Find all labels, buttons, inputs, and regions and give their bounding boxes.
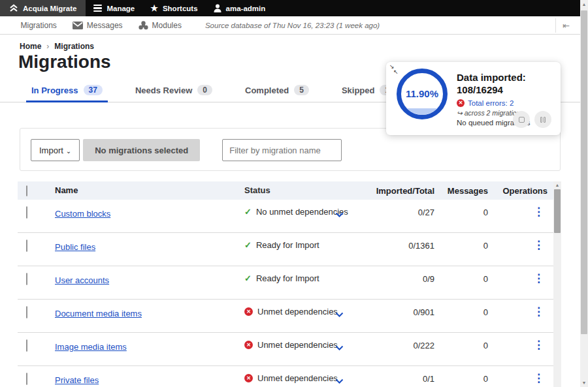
tab-in-progress[interactable]: In Progress 37: [31, 81, 103, 102]
resize-handle-icon[interactable]: ↘↖: [389, 64, 401, 76]
imported-total-value: 0/27: [418, 208, 434, 217]
star-icon: ★: [150, 4, 158, 12]
expand-chevron-icon[interactable]: [335, 308, 344, 320]
tab-label: In Progress: [31, 85, 78, 95]
progress-card-actions: [513, 111, 551, 128]
brand-acquia-migrate[interactable]: Acquia Migrate: [0, 0, 86, 16]
scroll-up-icon[interactable]: ▲: [553, 183, 561, 187]
stop-button[interactable]: [513, 111, 530, 128]
table-row: Public files ✓Ready for Import 0/1361 0 …: [18, 233, 553, 266]
status-text: Ready for Import: [256, 240, 319, 250]
toolbar-item-migrations[interactable]: Migrations: [0, 21, 65, 30]
import-label: Import: [39, 146, 63, 155]
tab-completed[interactable]: Completed 5: [245, 81, 309, 102]
tab-count-badge: 0: [197, 85, 212, 95]
migration-filter-input[interactable]: [222, 139, 342, 161]
table-row: User accounts ✓Ready for Import 0/9 0 ⋮: [18, 266, 553, 300]
tab-label: Needs Review: [135, 85, 192, 95]
app-window: Acquia Migrate Manage ★ Shortcuts ama-ad…: [0, 0, 588, 387]
toolbar-item-messages[interactable]: Messages: [65, 21, 131, 30]
operations-kebab-icon[interactable]: ⋮: [533, 240, 544, 252]
brand-label: Acquia Migrate: [23, 5, 76, 12]
migrate-toolbar: Migrations Messages Modules Source datab…: [0, 16, 580, 35]
shortcuts-menu[interactable]: ★ Shortcuts: [142, 0, 205, 16]
select-all-checkbox[interactable]: [26, 185, 27, 196]
error-circle-icon: ✕: [244, 307, 253, 316]
row-checkbox[interactable]: [26, 240, 27, 252]
operations-kebab-icon[interactable]: ⋮: [533, 306, 544, 318]
migration-link[interactable]: Private files: [55, 375, 99, 385]
row-checkbox[interactable]: [26, 339, 27, 352]
stop-icon: [519, 117, 525, 123]
imported-total-value: 0/222: [413, 341, 434, 350]
row-checkbox[interactable]: [26, 373, 27, 385]
migrations-table: Name Status Imported/Total Messages Oper…: [18, 181, 553, 387]
pause-button[interactable]: [534, 111, 551, 128]
migration-link[interactable]: Document media items: [55, 309, 142, 318]
operations-kebab-icon[interactable]: ⋮: [533, 339, 544, 352]
modules-icon: [139, 21, 148, 30]
breadcrumb: Home › Migrations: [20, 42, 94, 51]
check-icon: ✓: [244, 240, 252, 250]
user-icon: [214, 4, 221, 12]
operations-kebab-icon[interactable]: ⋮: [533, 206, 544, 219]
expand-chevron-icon[interactable]: [335, 341, 344, 353]
tab-count-badge: 37: [84, 85, 103, 95]
messages-count: 0: [483, 341, 488, 350]
page-scrollbar: ▲ ▼: [580, 0, 588, 387]
messages-count: 0: [483, 274, 488, 284]
row-checkbox[interactable]: [26, 206, 27, 219]
header-status: Status: [244, 185, 270, 195]
breadcrumb-home-link[interactable]: Home: [20, 42, 41, 51]
import-dropdown-button[interactable]: Import ⌄: [31, 139, 80, 161]
tab-count-badge: 5: [294, 85, 309, 95]
import-progress-card: ↘↖ 11.90% Data imported: 108/16294 ✕ Tot…: [386, 62, 561, 135]
imported-total-value: 0/1361: [408, 241, 434, 251]
expand-chevron-icon[interactable]: [335, 375, 344, 386]
row-checkbox[interactable]: [26, 306, 27, 318]
operations-kebab-icon[interactable]: ⋮: [533, 273, 544, 285]
breadcrumb-separator: ›: [46, 42, 49, 51]
breadcrumb-current: Migrations: [54, 42, 94, 51]
scroll-down-icon[interactable]: ▼: [580, 380, 588, 385]
status-text: Unmet dependencies: [257, 307, 338, 317]
user-label: ama-admin: [226, 5, 266, 12]
imported-total-value: 0/1: [423, 374, 434, 384]
manage-label: Manage: [106, 5, 135, 12]
table-row: Image media items ✕Unmet dependencies 0/…: [18, 333, 553, 366]
migration-link[interactable]: Public files: [55, 242, 95, 252]
table-scrollbar-thumb[interactable]: [554, 189, 561, 233]
status-text: Ready for Import: [256, 273, 319, 283]
page-scrollbar-thumb[interactable]: [581, 10, 587, 334]
data-imported-label: Data imported:: [457, 71, 556, 84]
table-row: Private files ✕Unmet dependencies 0/1 0 …: [18, 366, 553, 387]
header-messages: Messages: [448, 186, 488, 196]
tab-needs-review[interactable]: Needs Review 0: [135, 81, 212, 102]
operations-kebab-icon[interactable]: ⋮: [533, 373, 544, 385]
data-imported-count: 108/16294: [457, 84, 556, 96]
row-checkbox[interactable]: [26, 273, 27, 285]
imported-total-value: 0/901: [413, 307, 434, 317]
no-migrations-selected-button[interactable]: No migrations selected: [83, 139, 200, 161]
manage-menu[interactable]: Manage: [86, 0, 142, 16]
header-imported-total: Imported/Total: [376, 186, 434, 196]
messages-count: 0: [483, 208, 488, 217]
pause-icon: [540, 117, 546, 123]
user-menu[interactable]: ama-admin: [206, 0, 274, 16]
migration-link[interactable]: User accounts: [55, 275, 109, 285]
table-row: Custom blocks ✓No unmet dependencies 0/2…: [18, 200, 553, 233]
chevron-down-icon: ⌄: [66, 147, 71, 155]
progress-fill: [401, 108, 443, 115]
scroll-up-icon[interactable]: ▲: [580, 2, 588, 7]
hamburger-icon: [93, 5, 102, 12]
expand-chevron-icon[interactable]: [335, 208, 344, 220]
toolbar-collapse-button[interactable]: ⇤: [555, 18, 576, 33]
messages-count: 0: [483, 241, 488, 251]
header-operations: Operations: [502, 186, 547, 196]
shortcuts-label: Shortcuts: [163, 5, 198, 12]
migration-link[interactable]: Custom blocks: [55, 209, 110, 219]
messages-label: Messages: [87, 21, 123, 30]
toolbar-item-modules[interactable]: Modules: [131, 21, 189, 30]
migration-link[interactable]: Image media items: [55, 342, 127, 352]
total-errors-link[interactable]: ✕ Total errors: 2: [457, 99, 556, 107]
